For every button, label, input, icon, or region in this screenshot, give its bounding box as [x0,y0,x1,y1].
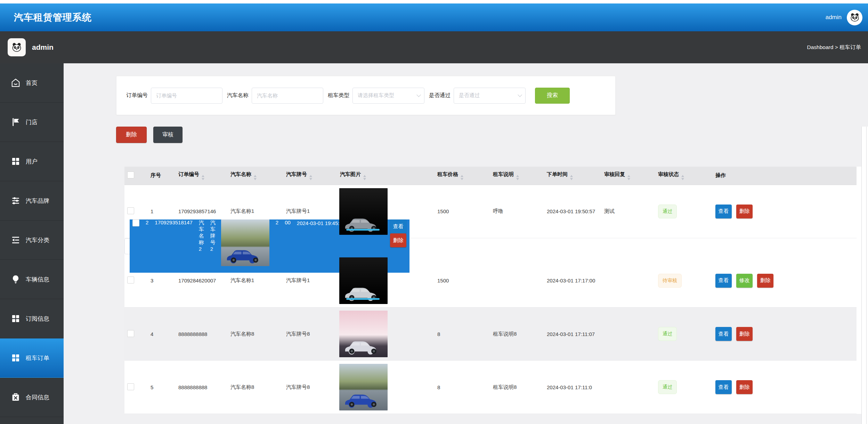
view-button[interactable]: 查看 [715,380,732,394]
table-row[interactable]: 4 8888888888 汽车名称8 汽车牌号8 8 租车说明8 2024-03… [124,307,857,361]
rent-type-select[interactable]: 请选择租车类型 [352,88,424,104]
cell-desc: 租车说明8 [487,307,541,361]
sub-header: admin Dashboard > 租车订单 [0,31,868,63]
sidebar-item-label: 首页 [26,79,38,87]
cell-desc: 租车说明8 [487,361,541,414]
status-badge: 待审核 [658,274,682,288]
cell-desc: 00 [278,219,291,273]
table-row-selected[interactable]: 2 1709293518147 汽车名称2 汽车牌号2 2 00 2024-03… [124,238,196,254]
rent-type-label: 租车类型 [328,92,349,99]
sort-icon[interactable] [202,175,204,180]
cell-price: 2 [269,219,278,273]
app-header: 汽车租赁管理系统 admin [0,3,868,31]
cell-reply [598,307,652,361]
sidebar-item-store[interactable]: 门店 [0,103,64,142]
cell-desc: 呼噜 [487,185,541,238]
sort-icon[interactable] [570,175,573,180]
col-status: 审核状态 [652,167,709,185]
sort-icon[interactable] [254,175,257,180]
col-index: 序号 [144,167,172,185]
edit-button[interactable]: 修改 [736,274,753,288]
car-name-input[interactable] [252,88,323,104]
sort-icon[interactable] [461,175,463,180]
search-button[interactable]: 搜索 [535,88,570,104]
cell-car-plate: 汽车牌号2 [204,219,216,273]
cell-index: 2 [139,219,148,273]
is-pass-select[interactable]: 是否通过 [454,88,526,104]
cell-time: 2024-03-01 19:50:57 [547,208,600,215]
car-photo [339,188,388,235]
sidebar-item-label: 用户 [26,158,38,166]
delete-button[interactable]: 删除 [736,327,753,341]
view-button[interactable]: 查看 [715,274,732,288]
sidebar-item-home[interactable]: 首页 [0,63,64,103]
sidebar-item-vehicle-info[interactable]: 车辆信息 [0,260,64,299]
cell-car-name: 汽车名称2 [193,219,204,273]
car-photo [339,311,388,357]
grid-icon [10,353,21,363]
sidebar-item-users[interactable]: 用户 [0,142,64,181]
delete-button[interactable]: 删除 [736,380,753,394]
cell-car-plate: 汽车牌号8 [280,307,334,361]
sidebar-item-label: 租车订单 [26,354,49,362]
sidebar-item-rental-orders[interactable]: 租车订单 [0,338,64,378]
delete-button[interactable]: 删除 [390,233,406,247]
bulk-delete-button[interactable]: 删除 [116,127,147,143]
sort-icon[interactable] [363,175,366,180]
cell-time: 2024-03-01 17:11:07 [547,330,600,338]
header-user[interactable]: admin [826,10,862,25]
top-strip [0,0,868,3]
cell-reply [598,361,652,414]
col-desc: 租车说明 [487,167,541,185]
car-silhouette [223,245,267,264]
grid-icon [10,313,21,324]
cell-price: 1500 [431,185,487,238]
sidebar-item-car-brand[interactable]: 汽车品牌 [0,181,64,221]
sidebar-item-contract-info[interactable]: 合同信息 [0,378,64,417]
delete-button[interactable]: 删除 [736,205,753,218]
is-pass-label: 是否通过 [429,92,451,99]
select-all-checkbox[interactable] [127,171,134,178]
status-badge: 通过 [658,380,677,394]
col-actions: 操作 [709,167,857,185]
header-username: admin [826,14,842,21]
car-photo [221,219,269,266]
bulk-audit-button[interactable]: 审核 [153,127,182,143]
cell-order-no: 1709293518147 [148,219,192,273]
contract-icon [10,392,21,402]
table-row[interactable]: 5 8888888888 汽车名称8 汽车牌号8 8 租车说明8 2024-03… [124,361,857,414]
scrollbar[interactable] [861,127,868,424]
view-button[interactable]: 查看 [715,327,732,341]
row-checkbox[interactable] [127,383,134,390]
view-button[interactable]: 查看 [715,205,732,218]
sidebar-item-subscription[interactable]: 订阅信息 [0,299,64,338]
delete-button[interactable]: 删除 [757,274,773,288]
sort-icon[interactable] [627,175,630,180]
sort-icon[interactable] [309,175,312,180]
cell-car-plate: 汽车牌号8 [280,361,334,414]
view-button[interactable]: 查看 [390,219,406,233]
sort-icon[interactable] [681,175,684,180]
sidebar-item-label: 订阅信息 [26,315,49,323]
cell-price: 8 [431,361,487,414]
car-silhouette [341,390,386,408]
row-checkbox[interactable] [127,207,134,214]
chevron-down-icon [518,93,522,97]
sort-icon[interactable] [516,175,519,180]
sidebar-username: admin [32,43,54,51]
car-name-label: 汽车名称 [227,92,249,99]
search-form: 订单编号 汽车名称 租车类型 请选择租车类型 是否通过 是否通过 搜索 [116,76,616,115]
sidebar-item-label: 门店 [26,118,38,126]
order-no-input[interactable] [151,88,222,104]
cell-time: 2024-03-01 17:17:00 [547,277,600,284]
sidebar-item-car-category[interactable]: 汽车分类 [0,221,64,260]
list-icon [10,235,21,245]
row-checkbox[interactable] [132,219,139,226]
cell-index: 5 [144,361,172,414]
row-checkbox[interactable] [127,330,134,337]
orders-table: 序号 订单编号 汽车名称 汽车牌号 汽车图片 租车价格 租车说明 下单时间 审核… [124,167,861,414]
home-icon [10,78,21,88]
avatar[interactable] [847,10,862,25]
row-checkbox[interactable] [127,277,134,283]
breadcrumb[interactable]: Dashboard > 租车订单 [807,44,861,51]
